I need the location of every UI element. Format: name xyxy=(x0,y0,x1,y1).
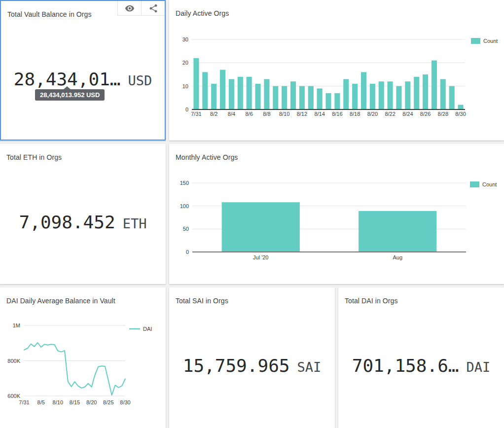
metric-unit: DAI xyxy=(466,359,490,375)
x-axis-label: Aug xyxy=(393,254,402,260)
x-axis-label: 8/18 xyxy=(350,111,360,117)
bar xyxy=(423,74,428,109)
y-axis-label: 50 xyxy=(183,226,189,232)
bar xyxy=(202,72,208,109)
metric-value: 15,759.965 xyxy=(183,356,290,376)
card-total-dai[interactable]: Total DAI in Orgs 701,158.6… DAI xyxy=(338,287,504,428)
card-total-vault-balance[interactable]: Total Vault Balance in Orgs 28,434,01… U… xyxy=(0,0,166,141)
x-axis-label: 8/10 xyxy=(279,111,289,117)
bar xyxy=(440,79,446,109)
bar xyxy=(432,61,437,109)
legend-swatch xyxy=(470,181,479,187)
bar xyxy=(238,77,243,109)
bar xyxy=(370,84,375,109)
metric-unit: ETH xyxy=(123,216,147,231)
legend-label: DAI xyxy=(143,326,152,332)
bar xyxy=(317,88,323,109)
y-axis-label: 600K xyxy=(7,393,20,399)
value-tooltip: 28,434,013.952 USD xyxy=(35,89,105,101)
y-axis-label: 1M xyxy=(13,322,20,328)
card-title-total-sai: Total SAI in Orgs xyxy=(176,297,228,305)
bar xyxy=(458,105,464,109)
preview-eye-button[interactable] xyxy=(117,1,141,16)
card-total-eth[interactable]: Total ETH in Orgs 7,098.452 ETH xyxy=(0,144,166,284)
x-axis-label: 7/31 xyxy=(19,399,29,405)
legend-label: Count xyxy=(482,181,497,187)
bar xyxy=(388,81,393,109)
bar xyxy=(290,81,296,109)
legend-swatch xyxy=(471,38,480,44)
y-axis-label: 0 xyxy=(186,249,189,255)
daily-active-orgs-bar-chart: 01020307/318/28/48/68/88/108/128/148/168… xyxy=(169,0,504,141)
x-axis-label: 8/2 xyxy=(210,111,217,117)
card-daily-active-orgs[interactable]: Daily Active Orgs 01020307/318/28/48/68/… xyxy=(169,0,504,141)
x-axis-label: 8/6 xyxy=(246,111,253,117)
bar xyxy=(359,211,436,252)
bar xyxy=(229,79,234,109)
metric-value-row: 701,158.6… DAI xyxy=(338,356,504,376)
x-axis-label: 8/20 xyxy=(86,399,97,405)
card-title-total-vault-balance: Total Vault Balance in Orgs xyxy=(7,10,92,18)
y-axis-label: 800K xyxy=(7,358,20,364)
card-title-total-dai: Total DAI in Orgs xyxy=(345,297,398,305)
bar xyxy=(308,86,314,109)
monthly-active-orgs-bar-chart: 050100150Jul '20AugCount xyxy=(169,144,504,284)
x-axis-label: 8/14 xyxy=(314,111,324,117)
x-axis-label: 8/8 xyxy=(263,111,270,117)
x-axis-label: 8/30 xyxy=(120,399,130,405)
legend-label: Count xyxy=(483,38,498,44)
bar xyxy=(299,86,305,109)
bar xyxy=(325,93,331,109)
bar xyxy=(396,86,401,109)
x-axis-label: 8/26 xyxy=(420,111,431,117)
metric-value: 7,098.452 xyxy=(19,212,115,232)
share-icon xyxy=(148,3,158,13)
x-axis-label: 8/20 xyxy=(367,111,378,117)
x-axis-label: 8/15 xyxy=(70,399,80,405)
x-axis-label: 7/31 xyxy=(191,111,201,117)
x-axis-label: 8/30 xyxy=(455,111,466,117)
card-title-total-eth: Total ETH in Orgs xyxy=(6,153,62,161)
y-axis-label: 0 xyxy=(185,107,188,112)
bar xyxy=(273,86,278,109)
x-axis-label: 8/12 xyxy=(297,111,307,117)
bar xyxy=(211,84,216,109)
x-axis-label: 8/28 xyxy=(438,111,448,117)
bar xyxy=(222,202,300,252)
y-axis-label: 20 xyxy=(182,60,188,66)
bar xyxy=(343,79,349,109)
bar xyxy=(405,81,410,109)
x-axis-label: 8/16 xyxy=(332,111,342,117)
x-axis-label: 8/22 xyxy=(385,111,395,117)
bar xyxy=(255,84,260,109)
y-axis-label: 30 xyxy=(182,36,188,42)
dashboard: Total Vault Balance in Orgs 28,434,01… U… xyxy=(0,0,504,428)
share-button[interactable] xyxy=(141,1,165,16)
dai-average-balance-line-chart: 600K800K1M7/318/58/108/158/208/258/30DAI xyxy=(0,287,166,428)
x-axis-label: 8/5 xyxy=(37,399,45,405)
bar xyxy=(193,58,199,109)
card-monthly-active-orgs[interactable]: Monthly Active Orgs 050100150Jul '20AugC… xyxy=(169,144,504,284)
y-axis-label: 150 xyxy=(180,180,189,186)
x-axis-label: 8/10 xyxy=(53,399,63,405)
bar xyxy=(414,77,419,109)
bar xyxy=(379,81,384,109)
card-total-sai[interactable]: Total SAI in Orgs 15,759.965 SAI xyxy=(169,287,335,428)
bar xyxy=(247,77,252,109)
bar xyxy=(264,79,269,109)
x-axis-label: Jul '20 xyxy=(253,254,268,260)
eye-icon xyxy=(125,3,135,13)
metric-value-row: 7,098.452 ETH xyxy=(0,212,166,232)
x-axis-label: 8/4 xyxy=(228,111,235,117)
card-dai-daily-average-balance[interactable]: DAI Daily Average Balance in Vault 600K8… xyxy=(0,287,166,428)
x-axis-label: 8/24 xyxy=(402,111,413,117)
metric-unit: SAI xyxy=(297,359,321,375)
bar xyxy=(361,72,366,109)
x-axis-label: 8/25 xyxy=(103,399,113,405)
metric-value: 701,158.6… xyxy=(352,356,459,376)
y-axis-label: 100 xyxy=(180,203,189,209)
bar xyxy=(352,84,358,109)
metric-value-row: 15,759.965 SAI xyxy=(169,356,335,376)
value-tooltip-text: 28,434,013.952 USD xyxy=(40,91,100,99)
y-axis-label: 10 xyxy=(182,83,188,89)
